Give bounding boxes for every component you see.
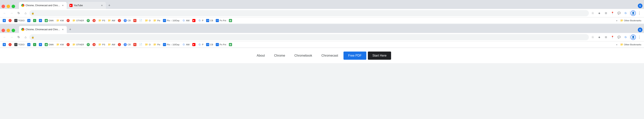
location-btn-2[interactable]: 📍 <box>609 34 616 40</box>
bm-other-bookmarks[interactable]: 📁 Other Bookmarks <box>619 18 642 23</box>
bm-l-circle[interactable]: L <box>117 18 122 23</box>
bm2-reddit[interactable]: r <box>7 42 13 47</box>
tab-chrome-2[interactable]: Chrome, Chromecast and Chro… ✕ <box>19 26 67 33</box>
bm-kw-folder[interactable]: 📁 KW <box>55 18 65 23</box>
bm-18[interactable]: 18 <box>26 18 32 23</box>
home-button-2[interactable]: ⌂ <box>22 34 29 40</box>
bm2-l[interactable]: L <box>117 42 122 47</box>
bm2-px-pvt[interactable]: Px Px Pvt <box>214 42 227 47</box>
bm-pocket[interactable]: P <box>66 18 71 23</box>
bm2-18[interactable]: 18 <box>26 42 32 47</box>
tab-chrome-close[interactable]: ✕ <box>61 4 64 7</box>
bm-yt-bm[interactable]: ▶ <box>191 18 196 23</box>
bm2-note[interactable]: 📄 <box>138 42 144 47</box>
nav-chrome[interactable]: Chrome <box>270 52 289 59</box>
start-here-button[interactable]: Start Here <box>368 52 391 60</box>
bm-pocket2[interactable]: ◈ <box>91 18 97 23</box>
pocket-btn-1[interactable]: ◈ <box>596 10 602 16</box>
nav-about[interactable]: About <box>253 52 269 59</box>
bm-ps-folder[interactable]: 📁 PS <box>97 18 106 23</box>
forward-button-1[interactable]: → <box>8 10 15 16</box>
tab-youtube-close[interactable]: ✕ <box>100 4 104 7</box>
chat-btn-2[interactable]: 💬 <box>616 34 622 40</box>
bm2-ps[interactable]: 📁 PS <box>97 42 106 47</box>
minimize-button-2[interactable] <box>6 29 10 32</box>
bm2-whatsapp[interactable]: W <box>86 42 91 47</box>
bm-sheets[interactable]: ≡ <box>32 18 37 23</box>
bm2-pocket2[interactable]: ◈ <box>91 42 97 47</box>
tab-youtube[interactable]: ▶ YouTube ✕ <box>67 2 106 9</box>
chat-btn-1[interactable]: 💬 <box>616 10 622 16</box>
bm2-o[interactable]: 📁 O <box>144 42 152 47</box>
bm2-g-p[interactable]: G P <box>197 42 205 47</box>
bm-todo[interactable]: ☑ TODO <box>13 18 26 23</box>
avatar-2[interactable]: 👤 <box>630 35 636 40</box>
google-account-1[interactable]: G <box>622 10 629 16</box>
bm-o-folder[interactable]: 📁 O <box>144 18 152 23</box>
bm-more[interactable]: » <box>615 18 618 23</box>
menu-button-2[interactable]: ⋮ <box>636 34 642 40</box>
bm-gsheet3[interactable]: ▦ <box>228 18 233 23</box>
bm-apps[interactable]: ⊞ <box>2 18 7 23</box>
bm2-cb2[interactable]: CB CB <box>205 42 214 47</box>
bm2-aw-g[interactable]: G AW <box>181 42 191 47</box>
bm-aw-google[interactable]: G AW <box>181 18 191 23</box>
bookmark-star-1[interactable]: ☆ <box>590 10 596 16</box>
bookmark-star-2[interactable]: ☆ <box>590 34 596 40</box>
bm2-apps[interactable]: ⊞ <box>2 42 7 47</box>
bm-fl[interactable]: FL <box>132 18 138 23</box>
profile-icon-1[interactable]: G <box>638 4 642 8</box>
bm2-pix[interactable]: 📁 Pix <box>152 42 162 47</box>
bm2-more[interactable]: » <box>615 42 618 47</box>
bm-whatsapp[interactable]: W <box>86 18 91 23</box>
new-tab-button-1[interactable]: + <box>106 3 112 8</box>
bm2-other[interactable]: 📁 OTHER <box>71 42 85 47</box>
forward-button-2[interactable]: → <box>8 34 15 40</box>
bm2-mail[interactable]: ✉ <box>38 42 43 47</box>
minimize-button-1[interactable] <box>6 5 10 8</box>
google-account-2[interactable]: G <box>622 34 629 40</box>
bm-mail[interactable]: ✉ <box>38 18 43 23</box>
nav-chromecast[interactable]: Chromecast <box>318 52 342 59</box>
new-tab-button-2[interactable]: + <box>68 27 73 32</box>
splitview-btn-1[interactable]: ⊟ <box>603 10 609 16</box>
nav-chromebook[interactable]: Chromebook <box>290 52 316 59</box>
bm2-gsheet3[interactable]: ▦ <box>228 42 233 47</box>
bm2-todo[interactable]: ☑ TODO <box>13 42 26 47</box>
bm-g-p[interactable]: G P <box>197 18 205 23</box>
profile-icon-2[interactable]: G <box>638 28 642 32</box>
maximize-button-2[interactable] <box>12 29 15 32</box>
bm-px-pvt[interactable]: Px Px Pvt <box>214 18 227 23</box>
close-button-2[interactable] <box>2 29 5 32</box>
reload-button-2[interactable]: ↻ <box>16 34 22 40</box>
home-button-1[interactable]: ⌂ <box>22 10 29 16</box>
bm-pix-folder[interactable]: 📁 Pix <box>152 18 162 23</box>
bm2-yt[interactable]: ▶ <box>191 42 196 47</box>
bm2-fl[interactable]: FL <box>132 42 138 47</box>
menu-button-1[interactable]: ⋮ <box>636 10 642 16</box>
location-btn-1[interactable]: 📍 <box>609 10 616 16</box>
splitview-btn-2[interactable]: ⊟ <box>603 34 609 40</box>
maximize-button-1[interactable] <box>12 5 15 8</box>
bm-gsheets[interactable]: ▦ GMA <box>44 18 55 23</box>
free-pdf-button[interactable]: Free PDF <box>344 52 366 60</box>
reload-button-1[interactable]: ↻ <box>16 10 22 16</box>
tab-chrome-2-close[interactable]: ✕ <box>61 28 64 31</box>
bm-note[interactable]: 📄 <box>138 18 144 23</box>
bm-pix10[interactable]: Px Pix – 10/Day <box>162 18 180 23</box>
bm-cb2[interactable]: CB CB <box>205 18 214 23</box>
bm2-kw[interactable]: 📁 KW <box>55 42 65 47</box>
avatar-1[interactable]: 👤 <box>630 11 636 16</box>
bm-aw-folder[interactable]: 📁 AW <box>106 18 116 23</box>
tab-chrome[interactable]: Chrome, Chromecast and Chro… ✕ <box>19 2 67 9</box>
address-bar-1[interactable] <box>30 10 589 16</box>
bm2-g-cb[interactable]: G CB <box>122 42 132 47</box>
bm-reddit[interactable]: r <box>7 18 13 23</box>
close-button-1[interactable] <box>2 5 5 8</box>
pocket-btn-2[interactable]: ◈ <box>596 34 602 40</box>
bm-g-circle[interactable]: G CB <box>122 18 132 23</box>
bm-other-folder[interactable]: 📁 OTHER <box>71 18 85 23</box>
bm2-other-bookmarks[interactable]: 📁 Other Bookmarks <box>619 42 642 47</box>
bm2-aw[interactable]: 📁 AW <box>106 42 116 47</box>
bm2-pix10[interactable]: Px Pix – 10/Day <box>162 42 180 47</box>
